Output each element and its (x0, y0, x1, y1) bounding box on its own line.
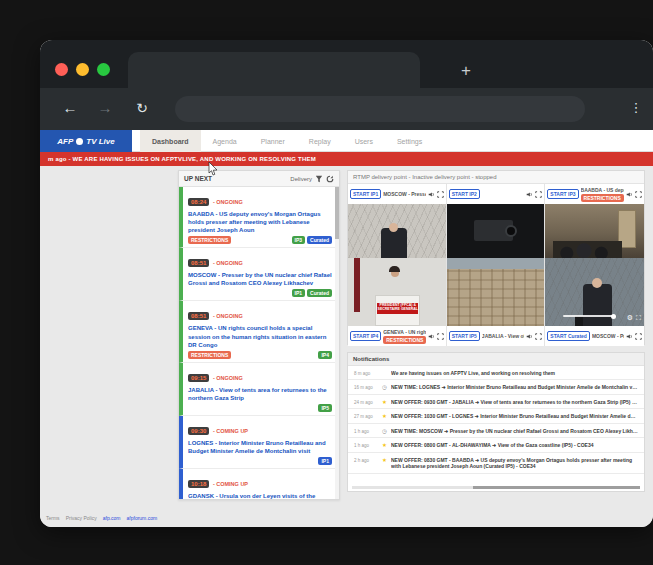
video-control-bar: START IP1MOSCOW - Presser by t... (348, 184, 446, 204)
address-bar[interactable] (175, 96, 585, 122)
event-title: BAABDA - US deputy envoy's Morgan Ortagu… (188, 210, 334, 234)
progress-knob[interactable] (611, 314, 616, 319)
playback-progress-bar[interactable] (563, 315, 614, 317)
fullscreen-icon[interactable] (437, 191, 444, 198)
event-status-label: - ONGOING (211, 260, 242, 266)
notification-row[interactable]: 1 h ago★NEW OFFER: 0800 GMT - AL-DHAWAYI… (348, 438, 644, 453)
start-delivery-button[interactable]: START IP3 (547, 189, 578, 199)
window-minimize-button[interactable] (76, 63, 89, 76)
video-tile (447, 204, 546, 258)
notification-text: We are having issues on AFPTV Live, and … (391, 370, 638, 376)
nav-item-settings[interactable]: Settings (385, 130, 434, 152)
video-tile-controls: START IP5JABALIA - View of tents ... (447, 326, 546, 346)
event-time-chip: 08:51 (188, 312, 209, 320)
clock-icon: ◷ (381, 384, 388, 391)
mouse-cursor-icon (208, 162, 218, 176)
fullscreen-icon[interactable] (437, 333, 444, 340)
notifications-scrollbar[interactable] (352, 486, 640, 489)
up-next-item[interactable]: 08:51 - ONGOINGMOSCOW - Presser by the U… (179, 248, 339, 301)
delivery-point-badge: Curated (307, 289, 332, 297)
fullscreen-icon[interactable] (535, 333, 542, 340)
restrictions-badge: RESTRICTIONS (581, 194, 624, 202)
video-thumbnail-presser-wall[interactable] (348, 204, 446, 258)
video-thumbnail-podium-speaker[interactable]: PRESIDENT (FPCA) & SECRETAIRE GENERAL (348, 258, 446, 326)
volume-icon[interactable] (526, 191, 533, 198)
start-delivery-button[interactable]: START IP1 (350, 189, 381, 199)
nav-item-agenda[interactable]: Agenda (201, 130, 249, 152)
start-delivery-button[interactable]: START Curated (547, 331, 590, 341)
browser-menu-icon[interactable]: ⋮ (626, 98, 646, 118)
nav-item-replay[interactable]: Replay (297, 130, 343, 152)
video-thumbnail-mic-presser[interactable]: ⚙⛶ (545, 258, 644, 326)
volume-icon[interactable] (428, 191, 435, 198)
speaker-head (592, 278, 602, 288)
window-zoom-button[interactable] (97, 63, 110, 76)
volume-icon[interactable] (428, 333, 435, 340)
up-next-header: UP NEXT Delivery (179, 171, 339, 187)
back-icon[interactable]: ← (60, 98, 80, 118)
brand-tvlive: TV Live (86, 137, 114, 146)
video-thumbnail-hallway-press[interactable] (545, 204, 644, 258)
notifications-panel: Notifications 8 m agoWe are having issue… (347, 352, 645, 492)
volume-icon[interactable] (626, 191, 633, 198)
window-close-button[interactable] (55, 63, 68, 76)
restrictions-badge: RESTRICTIONS (188, 351, 231, 359)
volume-icon[interactable] (626, 333, 633, 340)
event-title: JABALIA - View of tents area for returne… (188, 386, 334, 402)
notification-row[interactable]: 8 m agoWe are having issues on AFPTV Liv… (348, 366, 644, 380)
browser-tab[interactable] (128, 52, 420, 88)
fullscreen-icon[interactable] (635, 333, 642, 340)
nav-item-dashboard[interactable]: Dashboard (140, 130, 201, 152)
footer-link-terms: Terms (46, 515, 60, 521)
start-delivery-button[interactable]: START IP4 (350, 331, 381, 341)
event-time-chip: 08:51 (188, 259, 209, 267)
notifications-title: Notifications (348, 353, 644, 366)
expand-icon[interactable]: ⛶ (636, 314, 641, 321)
notification-row[interactable]: 24 m ago★NEW OFFER: 0930 GMT - JABALIA ➜… (348, 395, 644, 410)
browser-toolbar: ← → ↻ ⋮ (40, 88, 653, 130)
notification-row[interactable]: 2 h ago★NEW OFFER: 0830 GMT - BAABDA ➜ U… (348, 453, 644, 474)
video-tile-title: MOSCOW - Press... (592, 333, 624, 339)
start-delivery-button[interactable]: START IP5 (449, 331, 480, 341)
nav-item-planner[interactable]: Planner (249, 130, 297, 152)
up-next-item[interactable]: 09:30 - COMING UPLOGNES - Interior Minis… (179, 416, 339, 469)
video-tile-label: MOSCOW - Press... (592, 333, 624, 339)
start-delivery-button[interactable]: START IP2 (449, 189, 480, 199)
video-tile (545, 204, 644, 258)
event-status-label: - ONGOING (211, 375, 242, 381)
reload-icon[interactable]: ↻ (132, 98, 152, 118)
speaker-figure (381, 228, 406, 258)
volume-icon[interactable] (526, 333, 533, 340)
event-title: GDANSK - Ursula von der Leyen visits of … (188, 492, 334, 499)
forward-icon[interactable]: → (95, 98, 115, 118)
video-tile-label: JABALIA - View of tents ... (482, 333, 524, 339)
up-next-scrollbar[interactable] (335, 187, 339, 499)
footer-link-afpforum-com[interactable]: afpforum.com (127, 515, 158, 521)
gear-icon[interactable]: ⚙ (627, 314, 633, 321)
star-icon: ★ (381, 399, 388, 406)
refresh-icon[interactable] (326, 175, 334, 183)
fullscreen-icon[interactable] (535, 191, 542, 198)
video-thumbnail-dark-camera[interactable] (447, 204, 545, 258)
new-tab-button[interactable]: + (455, 60, 477, 82)
desktop-background: + ← → ↻ ⋮ AFP TV Live DashboardAgendaPla… (0, 0, 653, 565)
delivery-filter-label[interactable]: Delivery (290, 176, 312, 182)
video-control-bar: START IP5JABALIA - View of tents ... (447, 326, 545, 346)
up-next-item[interactable]: 10:18 - COMING UPGDANSK - Ursula von der… (179, 469, 339, 499)
rtmp-delivery-panel: RTMP delivery point - Inactive delivery … (347, 170, 645, 345)
fullscreen-icon[interactable] (635, 191, 642, 198)
up-next-item[interactable]: 08:24 - ONGOINGBAABDA - US deputy envoy'… (179, 187, 339, 248)
notification-row[interactable]: 16 m ago◷NEW TIME: LOGNES ➜ Interior Min… (348, 380, 644, 395)
event-time-chip: 09:15 (188, 374, 209, 382)
up-next-item[interactable]: 09:15 - ONGOINGJABALIA - View of tents a… (179, 363, 339, 416)
up-next-item[interactable]: 08:51 - ONGOINGGENEVA - UN rights counci… (179, 301, 339, 362)
filter-funnel-icon[interactable] (315, 175, 323, 183)
event-status-label: - COMING UP (211, 428, 248, 434)
video-thumbnail-aerial-city[interactable] (447, 258, 545, 326)
afp-tv-live-logo[interactable]: AFP TV Live (40, 130, 132, 152)
notification-row[interactable]: 27 m ago★NEW OFFER: 1030 GMT - LOGNES ➜ … (348, 409, 644, 424)
notification-text: NEW OFFER: 0830 GMT - BAABDA ➜ US deputy… (391, 457, 638, 470)
nav-item-users[interactable]: Users (343, 130, 385, 152)
footer-link-afp-com[interactable]: afp.com (103, 515, 121, 521)
notification-row[interactable]: 1 h ago◷NEW TIME: MOSCOW ➜ Presser by th… (348, 424, 644, 439)
